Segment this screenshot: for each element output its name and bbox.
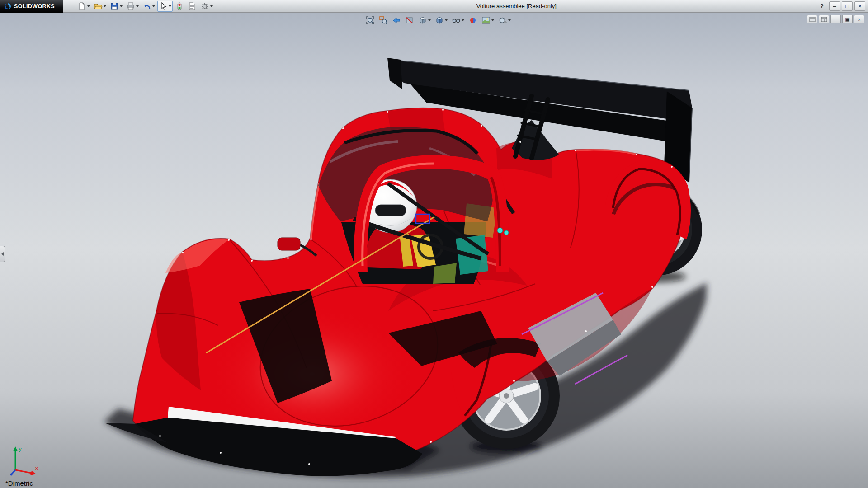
select-button[interactable] xyxy=(157,1,173,12)
apply-scene-button[interactable] xyxy=(480,14,495,26)
dropdown-arrow[interactable] xyxy=(120,5,123,7)
edit-appearance-button[interactable] xyxy=(467,14,479,26)
zoom-to-area-icon xyxy=(379,16,388,25)
view-settings-icon xyxy=(498,16,507,25)
undo-arrow-icon xyxy=(142,2,151,11)
car-model[interactable] xyxy=(105,96,698,476)
undo-button[interactable] xyxy=(141,1,156,12)
new-document-button[interactable] xyxy=(76,1,91,12)
document-close-button[interactable]: × xyxy=(854,15,864,23)
viewport-split-icon[interactable] xyxy=(819,15,829,23)
display-style-button[interactable] xyxy=(434,14,449,26)
select-cursor-icon xyxy=(159,2,168,11)
previous-view-icon xyxy=(392,16,401,25)
dropdown-arrow[interactable] xyxy=(428,19,431,21)
main-toolbar xyxy=(76,1,214,12)
rebuild-button[interactable] xyxy=(174,1,185,12)
dropdown-arrow[interactable] xyxy=(169,5,171,7)
new-document-icon xyxy=(77,2,86,11)
dropdown-arrow[interactable] xyxy=(210,5,213,7)
apply-scene-icon xyxy=(481,16,491,25)
dropdown-arrow[interactable] xyxy=(152,5,155,7)
heads-up-view-toolbar xyxy=(364,14,512,26)
dropdown-arrow[interactable] xyxy=(104,5,106,7)
reference-triad: y x xyxy=(7,445,41,478)
window-controls: ? – □ × xyxy=(816,1,865,11)
view-orientation-label: *Dimetric xyxy=(5,479,33,487)
maximize-button[interactable]: □ xyxy=(842,1,853,11)
dropdown-arrow[interactable] xyxy=(445,19,448,21)
document-window-controls: – ▣ × xyxy=(807,15,864,23)
view-settings-button[interactable] xyxy=(497,14,512,26)
dropdown-arrow[interactable] xyxy=(491,19,494,21)
collapse-arrow-icon xyxy=(1,252,4,256)
printer-icon xyxy=(126,2,135,11)
graphics-area[interactable] xyxy=(0,13,868,488)
hide-show-items-button[interactable] xyxy=(450,14,466,26)
solidworks-window: SOLIDWORKS xyxy=(0,0,868,488)
print-button[interactable] xyxy=(125,1,140,12)
triad-y-label: y xyxy=(19,446,22,452)
viewport-background[interactable]: – ▣ × y x *Dimetric xyxy=(0,13,868,488)
zoom-to-fit-icon xyxy=(366,16,375,25)
zoom-to-area-button[interactable] xyxy=(377,14,389,26)
close-button[interactable]: × xyxy=(854,1,865,11)
save-button[interactable] xyxy=(108,1,124,12)
display-style-icon xyxy=(435,16,444,25)
minimize-button[interactable]: – xyxy=(829,1,840,11)
dassault-swirl-icon xyxy=(4,3,11,10)
dropdown-arrow[interactable] xyxy=(136,5,139,7)
file-properties-icon xyxy=(188,2,197,11)
options-button[interactable] xyxy=(199,1,214,12)
help-button[interactable]: ? xyxy=(816,1,827,11)
dropdown-arrow[interactable] xyxy=(87,5,90,7)
title-bar: SOLIDWORKS xyxy=(0,0,868,13)
viewport-maximize-icon[interactable] xyxy=(807,15,817,23)
section-view-icon xyxy=(405,16,414,25)
open-button[interactable] xyxy=(92,1,108,12)
section-view-button[interactable] xyxy=(404,14,415,26)
file-properties-button[interactable] xyxy=(186,1,198,12)
edit-appearance-icon xyxy=(468,16,477,25)
triad-x-label: x xyxy=(35,465,38,471)
window-grid-icon xyxy=(809,17,816,22)
brand-text: SOLIDWORKS xyxy=(14,3,55,9)
dropdown-arrow[interactable] xyxy=(508,19,511,21)
open-folder-icon xyxy=(94,2,103,11)
previous-view-button[interactable] xyxy=(391,14,402,26)
view-orientation-cube-icon xyxy=(418,16,427,25)
save-floppy-icon xyxy=(110,2,119,11)
window-title: Voiture assemblee [Read-only] xyxy=(476,0,557,13)
options-gear-icon xyxy=(200,2,209,11)
zoom-to-fit-button[interactable] xyxy=(364,14,376,26)
featuremanager-collapse-tab[interactable] xyxy=(0,246,5,262)
view-orientation-button[interactable] xyxy=(417,14,432,26)
window-split-icon xyxy=(821,17,827,22)
rebuild-stoplight-icon xyxy=(175,2,184,11)
solidworks-logo: SOLIDWORKS xyxy=(0,0,63,13)
hide-show-glasses-icon xyxy=(452,16,461,25)
document-restore-button[interactable]: ▣ xyxy=(842,15,853,23)
document-minimize-button[interactable]: – xyxy=(830,15,841,23)
dropdown-arrow[interactable] xyxy=(462,19,464,21)
